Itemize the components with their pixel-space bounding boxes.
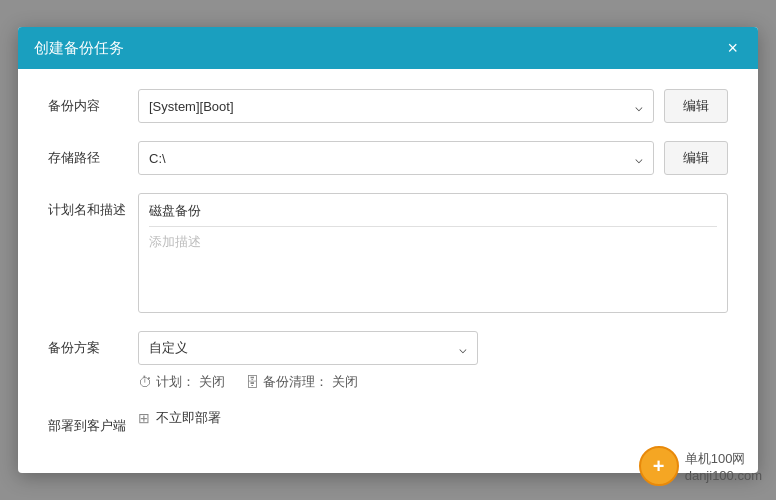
cleanup-value: 关闭 — [332, 373, 358, 391]
backup-content-value: [System][Boot] — [149, 99, 234, 114]
backup-scheme-content: 自定义 ⌵ ⏱ 计划： 关闭 🗄 备份清理： 关闭 — [138, 331, 728, 391]
backup-scheme-select[interactable]: 自定义 ⌵ — [138, 331, 478, 365]
schedule-info: ⏱ 计划： 关闭 — [138, 373, 225, 391]
plan-description-row: 计划名和描述 磁盘备份 添加描述 — [48, 193, 728, 313]
plan-description-field: 磁盘备份 添加描述 — [138, 193, 728, 313]
storage-path-label: 存储路径 — [48, 141, 138, 167]
storage-path-arrow-icon: ⌵ — [635, 151, 643, 166]
dialog-overlay: 创建备份任务 × 备份内容 [System][Boot] ⌵ 编辑 存储路径 — [0, 0, 776, 500]
backup-scheme-arrow-icon: ⌵ — [459, 341, 467, 356]
plan-description-textarea[interactable]: 磁盘备份 添加描述 — [138, 193, 728, 313]
storage-path-select[interactable]: C:\ ⌵ — [138, 141, 654, 175]
backup-content-edit-button[interactable]: 编辑 — [664, 89, 728, 123]
close-button[interactable]: × — [723, 37, 742, 59]
deploy-row: 部署到客户端 ⊞ 不立即部署 — [48, 409, 728, 435]
schedule-value: 关闭 — [199, 373, 225, 391]
storage-path-edit-button[interactable]: 编辑 — [664, 141, 728, 175]
dialog-header: 创建备份任务 × — [18, 27, 758, 69]
deploy-value: 不立即部署 — [156, 409, 221, 427]
backup-scheme-row: 备份方案 自定义 ⌵ ⏱ 计划： 关闭 — [48, 331, 728, 391]
cleanup-label: 备份清理： — [263, 373, 328, 391]
backup-scheme-select-row: 自定义 ⌵ — [138, 331, 728, 365]
storage-path-field: C:\ ⌵ 编辑 — [138, 141, 728, 175]
watermark: + 单机100网 danji100.com — [639, 446, 762, 486]
deploy-label: 部署到客户端 — [48, 409, 138, 435]
backup-content-select[interactable]: [System][Boot] ⌵ — [138, 89, 654, 123]
cleanup-info: 🗄 备份清理： 关闭 — [245, 373, 358, 391]
plan-description-label: 计划名和描述 — [48, 193, 138, 219]
backup-content-arrow-icon: ⌵ — [635, 99, 643, 114]
backup-content-field: [System][Boot] ⌵ 编辑 — [138, 89, 728, 123]
backup-scheme-info-row: ⏱ 计划： 关闭 🗄 备份清理： 关闭 — [138, 373, 728, 391]
storage-path-value: C:\ — [149, 151, 166, 166]
cleanup-icon: 🗄 — [245, 374, 259, 390]
deploy-icon: ⊞ — [138, 410, 150, 426]
backup-scheme-label: 备份方案 — [48, 331, 138, 357]
backup-content-label: 备份内容 — [48, 89, 138, 115]
watermark-text: 单机100网 danji100.com — [685, 450, 762, 483]
backup-scheme-value: 自定义 — [149, 339, 188, 357]
watermark-logo: + — [639, 446, 679, 486]
deploy-field: ⊞ 不立即部署 — [138, 409, 728, 427]
plan-name-value: 磁盘备份 — [149, 202, 717, 227]
schedule-label: 计划： — [156, 373, 195, 391]
dialog-body: 备份内容 [System][Boot] ⌵ 编辑 存储路径 C:\ ⌵ — [18, 69, 758, 473]
dialog-title: 创建备份任务 — [34, 39, 124, 58]
plan-description-placeholder: 添加描述 — [149, 233, 717, 251]
dialog: 创建备份任务 × 备份内容 [System][Boot] ⌵ 编辑 存储路径 — [18, 27, 758, 473]
storage-path-row: 存储路径 C:\ ⌵ 编辑 — [48, 141, 728, 175]
backup-content-row: 备份内容 [System][Boot] ⌵ 编辑 — [48, 89, 728, 123]
clock-icon: ⏱ — [138, 374, 152, 390]
deploy-option: ⊞ 不立即部署 — [138, 409, 221, 427]
